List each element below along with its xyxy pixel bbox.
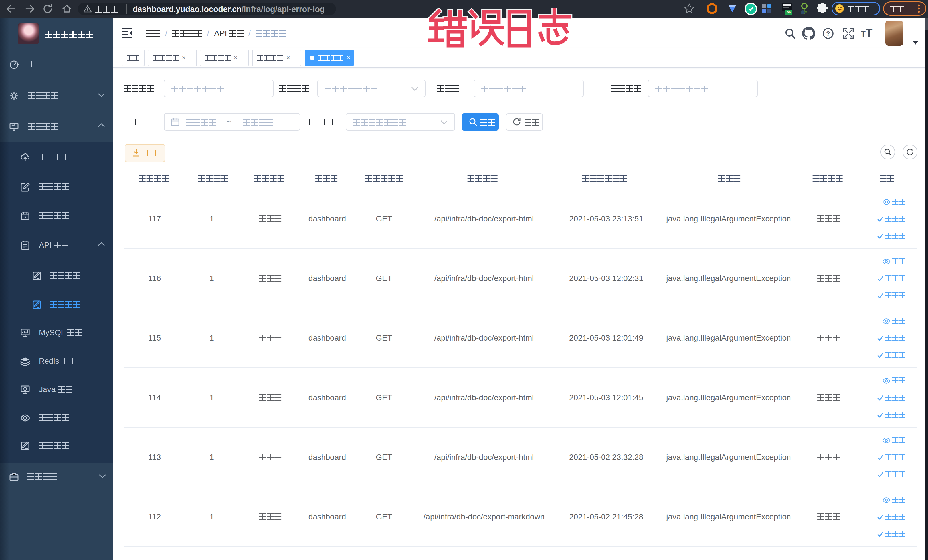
svg-text:?: ? [826,30,830,37]
svg-text:on: on [787,10,791,14]
